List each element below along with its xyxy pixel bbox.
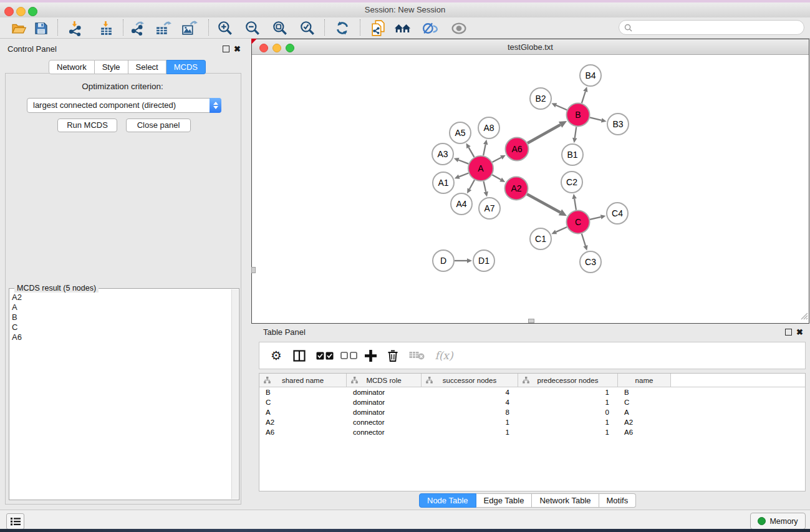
table-cell[interactable]: A2	[259, 417, 347, 427]
edge-A-A1[interactable]	[459, 173, 468, 177]
table-cell[interactable]: A	[618, 407, 671, 417]
tab-select[interactable]: Select	[128, 60, 166, 74]
destroy-network-icon[interactable]	[394, 19, 412, 37]
table-panel-float-icon[interactable]	[785, 329, 792, 336]
graph-node-A6[interactable]: A6	[506, 138, 529, 161]
mcds-result-item[interactable]: B	[12, 312, 22, 322]
show-birds-eye-view-icon[interactable]	[450, 19, 468, 37]
network-canvas[interactable]: B4B2BB3B1A5A8A6A3AA1A2C2A4A7CC4C1C3DD1	[252, 55, 809, 323]
edge-A-A6[interactable]	[493, 157, 501, 162]
graph-node-C2[interactable]: C2	[561, 172, 582, 193]
edge-B-B3[interactable]	[590, 117, 602, 120]
tab-style[interactable]: Style	[95, 60, 128, 74]
search-field[interactable]	[619, 20, 804, 35]
task-history-button[interactable]	[6, 513, 24, 530]
edge-A-A7[interactable]	[483, 181, 486, 192]
import-table-file-icon[interactable]	[97, 19, 115, 37]
tab-motifs[interactable]: Motifs	[599, 493, 637, 508]
table-cell[interactable]: A6	[618, 427, 671, 437]
canvas-resize-grip-icon[interactable]	[800, 311, 808, 322]
graph-node-B2[interactable]: B2	[530, 88, 551, 109]
edge-C-C3[interactable]	[582, 234, 586, 246]
edge-B-B2[interactable]	[556, 105, 567, 110]
create-new-column-icon[interactable]	[361, 342, 380, 369]
close-panel-button[interactable]: Close panel	[126, 118, 191, 132]
table-cell[interactable]: connector	[347, 417, 422, 427]
graph-node-B[interactable]: B	[567, 104, 590, 127]
mcds-result-item[interactable]: A	[12, 302, 22, 312]
graph-node-A7[interactable]: A7	[479, 198, 500, 219]
tab-edge-table[interactable]: Edge Table	[476, 493, 533, 508]
tab-network[interactable]: Network	[49, 60, 95, 74]
mcds-result-item[interactable]: A6	[12, 332, 22, 342]
table-cell[interactable]: 8	[422, 407, 518, 417]
table-cell[interactable]: 1	[422, 417, 518, 427]
tab-network-table[interactable]: Network Table	[532, 493, 599, 508]
graph-node-A[interactable]: A	[468, 156, 493, 181]
import-network-file-icon[interactable]	[66, 19, 84, 37]
graph-node-A3[interactable]: A3	[432, 143, 453, 165]
table-cell[interactable]: dominator	[347, 397, 422, 407]
graph-node-A1[interactable]: A1	[433, 172, 454, 193]
graph-node-D1[interactable]: D1	[473, 250, 494, 271]
edge-B-B1[interactable]	[575, 127, 577, 138]
delete-columns-trash-icon[interactable]	[383, 342, 402, 369]
tab-mcds[interactable]: MCDS	[166, 60, 206, 74]
table-cell[interactable]: 1	[422, 427, 518, 437]
table-row[interactable]: Bdominator41B	[259, 387, 805, 397]
table-cell[interactable]: B	[618, 387, 671, 397]
show-column-panel-icon[interactable]	[289, 342, 309, 369]
table-cell[interactable]: A2	[618, 417, 671, 427]
table-cell[interactable]: connector	[347, 427, 422, 437]
table-row[interactable]: A6connector11A6	[259, 427, 805, 437]
edge-C-C4[interactable]	[590, 217, 601, 220]
edge-A-A2[interactable]	[492, 175, 501, 180]
table-cell[interactable]: A	[259, 407, 347, 417]
graph-node-B3[interactable]: B3	[607, 114, 629, 135]
table-cell[interactable]: A6	[259, 427, 347, 437]
clone-network-icon[interactable]	[369, 19, 387, 37]
export-network-icon[interactable]	[128, 19, 146, 37]
table-cell[interactable]: 0	[518, 407, 618, 417]
edge-C-C2[interactable]	[574, 199, 576, 210]
delete-table-icon[interactable]	[407, 342, 428, 369]
graph-node-B4[interactable]: B4	[580, 65, 601, 86]
select-all-columns-icon[interactable]	[314, 342, 335, 369]
table-cell[interactable]: 4	[422, 397, 518, 407]
control-panel-close-icon[interactable]: ✖	[234, 46, 241, 53]
zoom-fit-content-icon[interactable]	[271, 19, 289, 37]
table-cell[interactable]: 1	[518, 387, 618, 397]
table-panel-close-icon[interactable]: ✖	[796, 329, 803, 336]
table-row[interactable]: Adominator80A	[259, 407, 805, 417]
table-cell[interactable]: dominator	[347, 387, 422, 397]
table-row[interactable]: Cdominator41C	[259, 397, 805, 407]
edge-A-A4[interactable]	[470, 180, 475, 189]
column-header-successor-nodes[interactable]: successor nodes	[422, 374, 518, 387]
graph-node-C3[interactable]: C3	[580, 251, 601, 273]
zoom-selected-region-icon[interactable]	[299, 19, 316, 37]
table-cell[interactable]: dominator	[347, 407, 422, 417]
main-titlebar[interactable]: Session: New Session	[0, 2, 810, 18]
table-cell[interactable]: B	[259, 387, 347, 397]
unselect-all-columns-icon[interactable]	[338, 342, 359, 369]
graph-node-C1[interactable]: C1	[530, 228, 551, 249]
network-window-titlebar[interactable]: testGlobe.txt	[252, 39, 809, 55]
edge-A2-C[interactable]	[527, 194, 560, 212]
table-options-gear-icon[interactable]: ⚙	[267, 342, 286, 369]
table-cell[interactable]: 1	[518, 427, 618, 437]
mcds-result-scrollbar[interactable]	[231, 289, 238, 499]
column-header-shared-name[interactable]: shared name	[259, 374, 347, 387]
memory-button[interactable]: Memory	[750, 513, 806, 530]
function-builder-icon[interactable]: f(x)	[432, 342, 456, 369]
table-cell[interactable]: 1	[518, 397, 618, 407]
graph-node-C[interactable]: C	[567, 211, 590, 234]
save-session-icon[interactable]	[32, 19, 50, 37]
zoom-out-icon[interactable]	[244, 19, 261, 37]
edge-A-A3[interactable]	[458, 160, 468, 164]
table-row[interactable]: A2connector11A2	[259, 417, 805, 427]
split-collapse-handle[interactable]	[528, 319, 534, 323]
graph-node-C4[interactable]: C4	[607, 203, 628, 224]
tab-node-table[interactable]: Node Table	[419, 493, 476, 508]
graph-node-A2[interactable]: A2	[505, 177, 528, 200]
edge-C-C1[interactable]	[556, 227, 567, 232]
